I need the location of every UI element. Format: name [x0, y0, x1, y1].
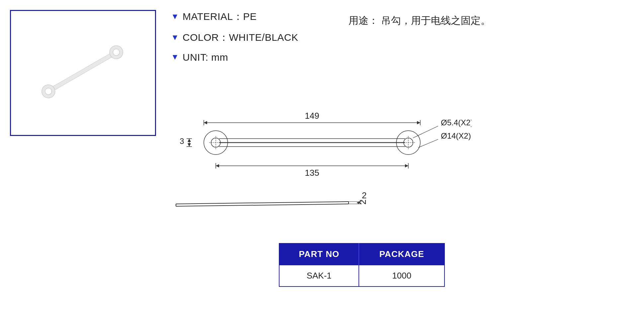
- svg-line-34: [413, 126, 438, 138]
- color-label: COLOR：WHITE/BLACK: [183, 31, 298, 44]
- bullet-icon: [173, 35, 177, 40]
- package-header: PACKAGE: [359, 243, 444, 265]
- product-illustration: [20, 23, 146, 123]
- package-value: 1000: [359, 265, 444, 287]
- svg-text:Ø5.4(X2): Ø5.4(X2): [441, 118, 471, 127]
- part-number-table: PART NO PACKAGE SAK-1 1000: [279, 243, 445, 287]
- svg-text:149: 149: [305, 111, 319, 121]
- material-spec: MATERIAL：PE: [173, 10, 298, 24]
- svg-text:135: 135: [305, 168, 319, 178]
- technical-drawing-side: 2 2: [163, 186, 368, 219]
- bullet-icon: [173, 15, 177, 19]
- svg-marker-17: [204, 121, 207, 124]
- material-label: MATERIAL：PE: [183, 10, 257, 24]
- unit-label: UNIT: mm: [183, 52, 228, 63]
- svg-text:3: 3: [180, 137, 184, 146]
- svg-text:Ø14(X2): Ø14(X2): [441, 131, 471, 140]
- svg-line-36: [418, 139, 438, 148]
- svg-marker-18: [417, 121, 420, 124]
- svg-text:2: 2: [362, 190, 366, 200]
- technical-drawing-top: 149 135 3 Ø5.4(X2) Ø14(X2): [173, 96, 471, 189]
- part-no-value: SAK-1: [279, 265, 359, 287]
- chinese-description: 用途： 吊勾，用于电线之固定。: [349, 14, 491, 28]
- svg-line-39: [176, 204, 349, 206]
- table-row: SAK-1 1000: [279, 265, 444, 287]
- svg-marker-23: [216, 164, 219, 167]
- svg-line-38: [176, 202, 349, 204]
- svg-marker-30: [188, 143, 191, 147]
- unit-spec: UNIT: mm: [173, 52, 298, 63]
- svg-marker-24: [405, 164, 408, 167]
- part-no-header: PART NO: [279, 243, 359, 265]
- product-image-container: [10, 10, 156, 136]
- specifications: MATERIAL：PE COLOR：WHITE/BLACK UNIT: mm: [173, 10, 298, 70]
- svg-rect-0: [44, 48, 121, 95]
- svg-marker-29: [188, 139, 191, 142]
- bullet-icon: [173, 55, 177, 60]
- color-spec: COLOR：WHITE/BLACK: [173, 31, 298, 44]
